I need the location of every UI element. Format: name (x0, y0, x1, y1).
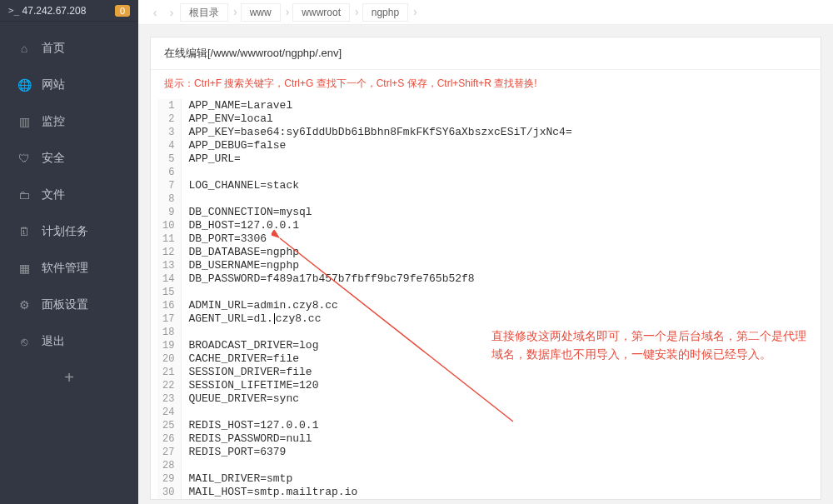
line-gutter: 1234567891011121314151617181920212223242… (157, 99, 182, 499)
code-line[interactable]: APP_URL= (188, 152, 821, 166)
shield-icon: 🛡 (17, 151, 32, 166)
sidebar-item-gear[interactable]: ⚙面板设置 (0, 287, 138, 323)
editor-panel: 在线编辑[/www/wwwroot/ngphp/.env] 提示：Ctrl+F … (150, 37, 821, 500)
sidebar-item-label: 面板设置 (42, 297, 88, 312)
chart-icon: ▥ (17, 114, 32, 129)
breadcrumb-part[interactable]: ngphp (362, 3, 408, 22)
code-line[interactable]: QUEUE_DRIVER=sync (188, 392, 821, 406)
sidebar-item-home[interactable]: ⌂首页 (0, 30, 138, 67)
code-lines[interactable]: APP_NAME=LaravelAPP_ENV=localAPP_KEY=bas… (182, 99, 821, 499)
code-line[interactable]: DB_CONNECTION=mysql (188, 206, 821, 219)
nav-forward-icon[interactable]: › (165, 6, 178, 19)
text-cursor (274, 313, 275, 324)
sidebar-item-label: 监控 (42, 114, 65, 129)
sidebar-item-label: 退出 (42, 334, 65, 349)
home-icon: ⌂ (17, 41, 32, 56)
code-line[interactable] (188, 286, 821, 299)
code-line[interactable]: SESSION_DRIVER=file (188, 366, 821, 379)
code-line[interactable] (188, 406, 821, 419)
annotation-text: 直接修改这两处域名即可，第一个是后台域名，第二个是代理域名，数据库也不用导入，一… (491, 327, 808, 364)
sidebar-item-folder[interactable]: 🗀文件 (0, 177, 138, 213)
chevron-right-icon: › (413, 5, 417, 18)
folder-icon: 🗀 (17, 187, 32, 202)
code-line[interactable]: DB_PORT=3306 (188, 232, 821, 246)
sidebar-item-chart[interactable]: ▥监控 (0, 103, 138, 140)
code-line[interactable]: APP_DEBUG=false (188, 139, 821, 152)
code-line[interactable]: ADMIN_URL=admin.czy8.cc (188, 299, 821, 312)
chevron-right-icon: › (233, 5, 237, 18)
add-menu-button[interactable]: + (0, 368, 138, 387)
sidebar-item-label: 文件 (42, 187, 65, 202)
code-line[interactable]: MAIL_HOST=smtp.mailtrap.io (188, 486, 821, 499)
sidebar-item-label: 安全 (42, 151, 65, 166)
code-editor[interactable]: 1234567891011121314151617181920212223242… (151, 99, 821, 499)
sidebar-item-clock[interactable]: 🗓计划任务 (0, 213, 138, 250)
editor-hint: 提示：Ctrl+F 搜索关键字，Ctrl+G 查找下一个，Ctrl+S 保存，C… (151, 77, 821, 99)
code-line[interactable] (188, 192, 821, 206)
clock-icon: 🗓 (17, 224, 32, 239)
code-line[interactable]: APP_KEY=base64:sy6IddUbDb6iBbhn8FmkFKfSY… (188, 126, 821, 139)
code-line[interactable]: DB_USERNAME=ngphp (188, 259, 821, 272)
sidebar-item-label: 计划任务 (42, 224, 88, 239)
nav-back-icon[interactable]: ‹ (148, 6, 162, 19)
sidebar-item-exit[interactable]: ⎋退出 (0, 323, 138, 360)
code-line[interactable] (188, 459, 821, 472)
breadcrumb-part[interactable]: 根目录 (180, 3, 228, 22)
grid-icon: ▦ (17, 261, 32, 276)
breadcrumb: ‹ › 根目录›www›wwwroot›ngphp› (138, 0, 833, 25)
code-line[interactable]: DB_DATABASE=ngphp (188, 246, 821, 259)
chevron-right-icon: › (286, 5, 290, 18)
sidebar-item-label: 网站 (42, 77, 65, 92)
code-line[interactable]: SESSION_LIFETIME=120 (188, 379, 821, 392)
sidebar-item-grid[interactable]: ▦软件管理 (0, 250, 138, 287)
terminal-icon: >_ (8, 5, 19, 16)
code-line[interactable]: DB_HOST=127.0.0.1 (188, 219, 821, 232)
sidebar: >_ 47.242.67.208 0 ⌂首页🌐网站▥监控🛡安全🗀文件🗓计划任务▦… (0, 0, 138, 504)
code-line[interactable]: APP_ENV=local (188, 112, 821, 126)
code-line[interactable]: REDIS_HOST=127.0.0.1 (188, 419, 821, 432)
code-line[interactable]: REDIS_PASSWORD=null (188, 432, 821, 446)
sidebar-item-label: 软件管理 (42, 261, 88, 276)
nav: ⌂首页🌐网站▥监控🛡安全🗀文件🗓计划任务▦软件管理⚙面板设置⎋退出 (0, 22, 138, 360)
sidebar-header: >_ 47.242.67.208 0 (0, 0, 138, 22)
sidebar-item-globe[interactable]: 🌐网站 (0, 67, 138, 103)
main: ‹ › 根目录›www›wwwroot›ngphp› 在线编辑[/www/www… (138, 0, 833, 504)
editor-title: 在线编辑[/www/wwwroot/ngphp/.env] (151, 37, 821, 70)
server-ip: 47.242.67.208 (22, 5, 115, 17)
code-line[interactable]: DB_PASSWORD=f489a17b457b7fbff9bc79fe765b… (188, 272, 821, 286)
sidebar-item-shield[interactable]: 🛡安全 (0, 140, 138, 177)
breadcrumb-part[interactable]: www (241, 3, 281, 22)
globe-icon: 🌐 (17, 77, 32, 92)
exit-icon: ⎋ (17, 334, 32, 349)
gear-icon: ⚙ (17, 297, 32, 312)
code-line[interactable] (188, 166, 821, 179)
notification-badge[interactable]: 0 (115, 5, 130, 17)
content-area: 在线编辑[/www/wwwroot/ngphp/.env] 提示：Ctrl+F … (138, 25, 833, 504)
code-line[interactable]: REDIS_PORT=6379 (188, 446, 821, 459)
code-line[interactable]: APP_NAME=Laravel (188, 99, 821, 112)
code-line[interactable]: MAIL_DRIVER=smtp (188, 472, 821, 486)
breadcrumb-part[interactable]: wwwroot (292, 3, 350, 22)
code-line[interactable]: LOG_CHANNEL=stack (188, 179, 821, 192)
sidebar-item-label: 首页 (42, 41, 65, 56)
chevron-right-icon: › (355, 5, 359, 18)
code-line[interactable]: AGENT_URL=dl.czy8.cc (188, 312, 821, 326)
